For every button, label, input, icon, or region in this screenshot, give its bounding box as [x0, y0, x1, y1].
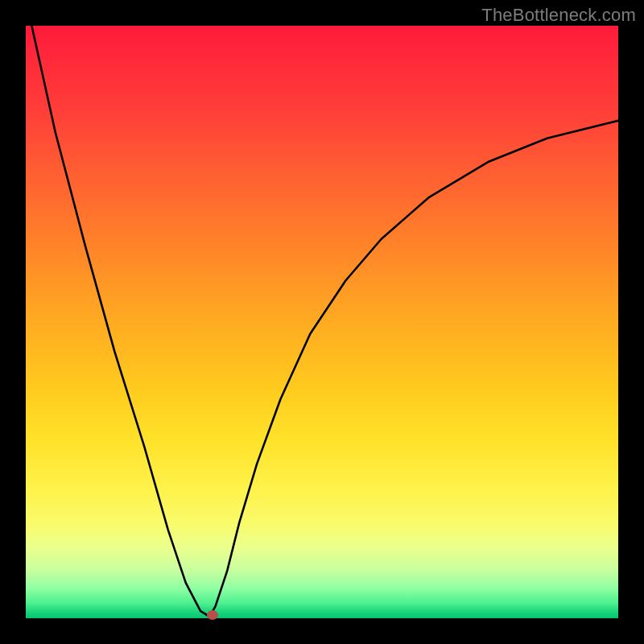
plot-area [26, 26, 618, 618]
bottleneck-curve [31, 26, 618, 617]
minimum-marker [207, 610, 218, 620]
chart-frame: TheBottleneck.com [0, 0, 644, 644]
curve-svg [26, 26, 618, 618]
watermark-text: TheBottleneck.com [481, 5, 636, 26]
